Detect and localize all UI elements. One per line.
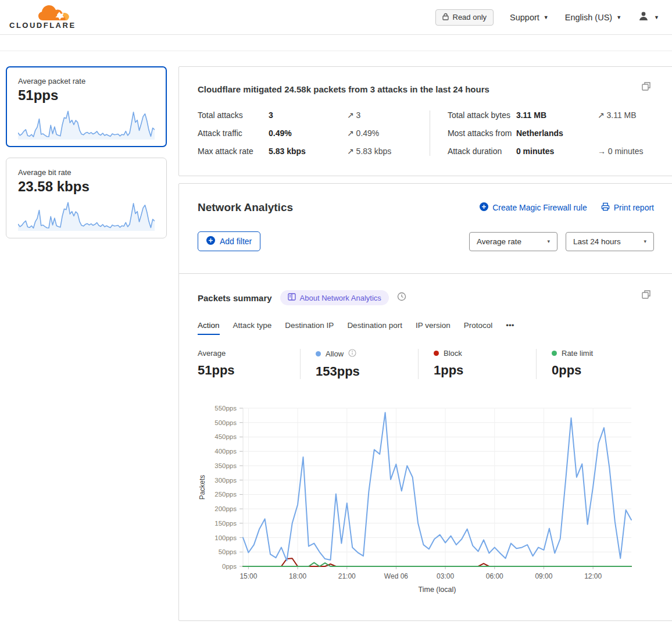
stat-trend: ↗ 5.83 kbps — [347, 147, 414, 156]
tabs-overflow-button[interactable]: ••• — [506, 321, 514, 335]
tab-attack-type[interactable]: Attack type — [233, 321, 272, 335]
stat-value: 0.49% — [269, 129, 347, 138]
chevron-down-icon: ▾ — [644, 238, 646, 244]
block-series-dot — [434, 351, 439, 356]
chevron-down-icon: ▼ — [654, 15, 659, 20]
add-filter-label: Add filter — [220, 237, 252, 246]
stat-label: Allow — [326, 349, 344, 358]
print-report-label: Print report — [614, 203, 654, 212]
stat-rate-limit: Rate limit 0pps — [536, 349, 654, 379]
stat-label: Most attacks from — [448, 129, 516, 138]
time-range-select[interactable]: Last 24 hours ▾ — [566, 232, 654, 251]
packets-summary-section: Packets summary About Network Analytics — [179, 274, 672, 620]
svg-text:200pps: 200pps — [215, 505, 237, 512]
svg-text:18:00: 18:00 — [289, 572, 306, 580]
svg-text:50pps: 50pps — [219, 548, 237, 555]
create-rule-label: Create Magic Firewall rule — [492, 203, 587, 212]
clock-icon[interactable] — [397, 292, 406, 304]
stat-trend: ↗ 0.49% — [347, 129, 414, 138]
about-badge-label: About Network Analytics — [300, 294, 381, 302]
stat-label: Total attack bytes — [448, 110, 516, 120]
tab-action[interactable]: Action — [198, 321, 220, 335]
svg-text:150pps: 150pps — [215, 520, 237, 527]
card-average-packet-rate[interactable]: Average packet rate 51pps — [6, 66, 167, 147]
card-average-bit-rate[interactable]: Average bit rate 23.58 kbps — [6, 158, 167, 238]
stat-label: Attack traffic — [198, 129, 269, 138]
stat-value: 3.11 MB — [516, 110, 598, 120]
svg-text:21:00: 21:00 — [338, 572, 356, 580]
copy-icon[interactable] — [642, 290, 650, 301]
metric-label: Average packet rate — [18, 77, 155, 85]
stat-value: 0 minutes — [516, 147, 598, 156]
account-menu[interactable]: ▼ — [638, 10, 659, 24]
svg-text:Wed 06: Wed 06 — [384, 572, 408, 580]
cloudflare-logo[interactable]: CLOUDFLARE — [9, 4, 74, 31]
copy-icon[interactable] — [642, 82, 650, 93]
chevron-down-icon: ▾ — [547, 238, 550, 244]
svg-text:06:00: 06:00 — [486, 572, 503, 580]
summary-right-stats: Total attack bytes 3.11 MB ↗ 3.11 MB Mos… — [430, 110, 654, 156]
chevron-down-icon: ▼ — [616, 15, 621, 20]
book-icon — [288, 293, 296, 302]
packets-time-series-chart: 0pps50pps100pps150pps200pps250pps300pps3… — [195, 400, 654, 597]
stat-label: Total attacks — [198, 110, 269, 120]
svg-text:250pps: 250pps — [215, 491, 237, 498]
stat-value: 3 — [269, 110, 347, 120]
create-magic-firewall-rule-link[interactable]: Create Magic Firewall rule — [480, 202, 587, 213]
top-header: CLOUDFLARE Read only Support ▼ English (… — [0, 0, 672, 35]
svg-text:400pps: 400pps — [215, 448, 237, 455]
info-icon[interactable] — [348, 349, 356, 359]
logo-wordmark: CLOUDFLARE — [9, 21, 76, 30]
summary-left-stats: Total attacks 3 ↗ 3 Attack traffic 0.49%… — [198, 110, 430, 156]
attack-summary-panel: Cloudflare mitigated 24.58k packets from… — [178, 66, 672, 176]
read-only-badge: Read only — [435, 9, 494, 26]
add-filter-button[interactable]: Add filter — [198, 231, 260, 251]
time-range-value: Last 24 hours — [573, 237, 621, 246]
stat-label: Block — [444, 349, 462, 358]
svg-text:350pps: 350pps — [215, 462, 237, 469]
svg-text:12:00: 12:00 — [584, 572, 602, 580]
tab-destination-port[interactable]: Destination port — [347, 321, 402, 335]
rate-limit-series-dot — [552, 351, 557, 356]
about-network-analytics-badge[interactable]: About Network Analytics — [280, 290, 389, 305]
lock-icon — [442, 13, 449, 22]
series-stats-row: Average 51pps Allow — [198, 349, 654, 379]
metric-select[interactable]: Average rate ▾ — [469, 232, 557, 251]
metric-label: Average bit rate — [18, 168, 155, 177]
stat-value: 5.83 kbps — [269, 147, 347, 156]
dimension-tabs: Action Attack type Destination IP Destin… — [198, 321, 654, 335]
stat-value: 51pps — [198, 363, 300, 378]
tab-destination-ip[interactable]: Destination IP — [285, 321, 334, 335]
read-only-label: Read only — [453, 13, 487, 22]
support-menu[interactable]: Support ▼ — [510, 13, 549, 22]
summary-title: Cloudflare mitigated 24.58k packets from… — [198, 84, 654, 94]
metrics-sidebar: Average packet rate 51pps Average bit ra… — [6, 66, 167, 249]
svg-text:Packets: Packets — [198, 475, 206, 500]
stat-label: Rate limit — [562, 349, 593, 358]
stat-trend: ↗ 3 — [347, 110, 414, 120]
stat-value: 0pps — [552, 363, 654, 378]
allow-series-dot — [316, 351, 321, 356]
stat-average: Average 51pps — [198, 349, 300, 379]
stat-block: Block 1pps — [418, 349, 536, 379]
svg-text:100pps: 100pps — [215, 534, 237, 541]
packet-rate-sparkline — [18, 108, 155, 140]
stat-allow: Allow 153pps — [300, 349, 418, 379]
bit-rate-sparkline — [18, 199, 155, 231]
tab-ip-version[interactable]: IP version — [416, 321, 451, 335]
svg-text:03:00: 03:00 — [437, 572, 454, 580]
stat-value: Netherlands — [516, 129, 598, 138]
language-menu[interactable]: English (US) ▼ — [565, 13, 621, 22]
stat-label: Max attack rate — [198, 147, 269, 156]
packets-summary-title: Packets summary — [198, 293, 272, 303]
plus-circle-icon — [480, 202, 488, 213]
metric-value: 51pps — [18, 87, 155, 104]
metric-select-value: Average rate — [477, 237, 521, 246]
subnav-divider — [0, 35, 672, 51]
support-label: Support — [510, 13, 539, 22]
tab-protocol[interactable]: Protocol — [464, 321, 493, 335]
svg-text:15:00: 15:00 — [240, 572, 257, 580]
print-report-link[interactable]: Print report — [601, 202, 654, 213]
language-label: English (US) — [565, 13, 612, 22]
svg-text:Time (local): Time (local) — [419, 586, 456, 594]
